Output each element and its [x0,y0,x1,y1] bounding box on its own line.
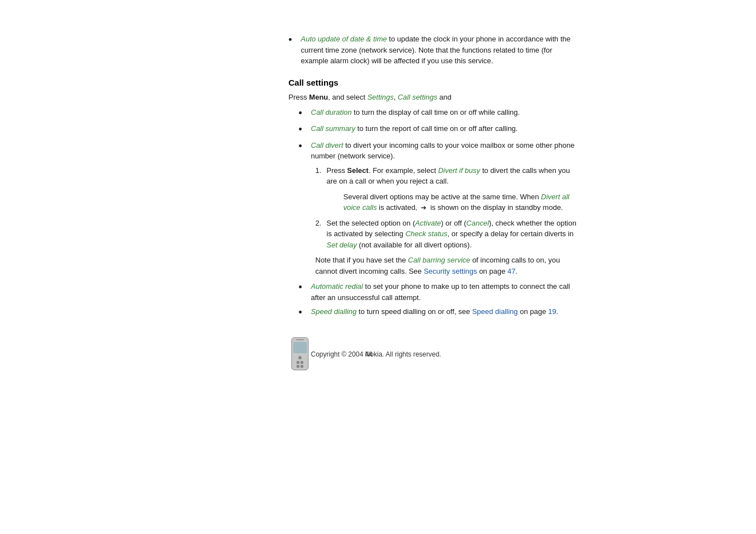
numbered-item-2: 2. Set the selected option on (Activate)… [316,218,580,251]
activate-link[interactable]: Activate [415,219,441,227]
svg-rect-3 [297,361,299,364]
call-summary-text: Call summary to turn the report of call … [311,123,518,134]
speed-dialling-page-text: on page [518,307,548,316]
numbered-item-1: 1. Press Select. For example, select Div… [316,165,580,187]
svg-rect-7 [296,339,304,340]
call-duration-rest: to turn the display of call time on or o… [352,108,520,116]
call-bullets-list: • Call duration to turn the display of c… [299,107,580,320]
settings-link[interactable]: Settings [367,93,393,101]
speed-dialling-bullet: • Speed dialling to turn speed dialling … [299,306,580,319]
speed-dialling-page-num[interactable]: 19 [548,307,556,316]
number-1: 1. [316,165,327,176]
barring-note: Note that if you have set the Call barri… [316,255,580,277]
speed-dialling-link[interactable]: Speed dialling [311,307,357,316]
automatic-redial-bullet: • Automatic redial to set your phone to … [299,281,580,303]
svg-rect-1 [293,342,307,353]
footer-copyright: Copyright © 2004 Nokia. All rights reser… [311,350,580,358]
phone-icon [289,336,311,373]
call-divert-bullet: • Call divert to divert your incoming ca… [299,140,580,162]
call-duration-link[interactable]: Call duration [311,108,352,116]
call-summary-bullet: • Call summary to turn the report of cal… [299,123,580,136]
speed-dialling-text: Speed dialling to turn speed dialling on… [311,306,558,317]
footer-page-number: 44 [365,350,372,358]
security-settings-link[interactable]: Security settings [424,267,477,275]
auto-update-text: Auto update of date & time to update the… [301,34,580,67]
call-settings-heading: Call settings [289,78,580,87]
page-container: • Auto update of date & time to update t… [0,0,756,534]
auto-update-link[interactable]: Auto update of date & time [301,35,387,43]
call-settings-link[interactable]: Call settings [398,93,438,101]
numbered-text-1: Press Select. For example, select Divert… [327,165,580,187]
divert-all-voice-link[interactable]: Divert all voice calls [344,193,570,212]
bullet-dot-1: • [299,107,309,120]
numbered-list: 1. Press Select. For example, select Div… [316,165,580,251]
call-divert-rest: to divert your incoming calls to your vo… [311,141,575,161]
number-2: 2. [316,218,327,229]
bullet-dot-3: • [299,140,309,153]
divert-note: Several divert options may be active at … [344,191,580,213]
auto-update-bullet: • Auto update of date & time to update t… [289,34,580,67]
bullet-dot-2: • [299,123,309,136]
speed-dialling-ref-link[interactable]: Speed dialling [472,307,518,316]
call-duration-bullet: • Call duration to turn the display of c… [299,107,580,120]
security-page-number[interactable]: 47 [508,267,515,275]
numbered-text-2: Set the selected option on (Activate) or… [327,218,580,251]
content-area: • Auto update of date & time to update t… [289,22,580,512]
check-status-link[interactable]: Check status [405,229,447,238]
cancel-link[interactable]: Cancel [466,219,489,227]
svg-rect-4 [300,361,303,364]
call-divert-text: Call divert to divert your incoming call… [311,140,580,162]
divert-if-busy-link[interactable]: Divert if busy [438,166,480,175]
automatic-redial-text: Automatic redial to set your phone to ma… [311,281,580,303]
automatic-redial-link[interactable]: Automatic redial [311,282,363,291]
svg-point-2 [298,356,302,359]
svg-rect-6 [300,365,303,368]
call-summary-link[interactable]: Call summary [311,124,355,133]
call-barring-link[interactable]: Call barring service [408,256,470,264]
set-delay-link[interactable]: Set delay [327,241,357,249]
call-settings-intro: Press Menu, and select Settings, Call se… [289,92,580,103]
speed-dialling-period: . [556,307,558,316]
call-summary-rest: to turn the report of call time on or of… [355,124,518,133]
divert-icon: ➔ [421,203,426,213]
select-bold-1: Select [347,166,368,175]
footer: Copyright © 2004 Nokia. All rights reser… [289,336,580,373]
bullet-dot-4: • [299,281,309,294]
call-duration-text: Call duration to turn the display of cal… [311,107,520,118]
menu-bold: Menu [309,93,328,101]
call-divert-link[interactable]: Call divert [311,141,344,149]
bullet-dot: • [289,34,299,46]
bullet-dot-5: • [299,306,309,319]
speed-dialling-rest: to turn speed dialling on or off, see [356,307,472,316]
svg-rect-5 [297,365,299,368]
